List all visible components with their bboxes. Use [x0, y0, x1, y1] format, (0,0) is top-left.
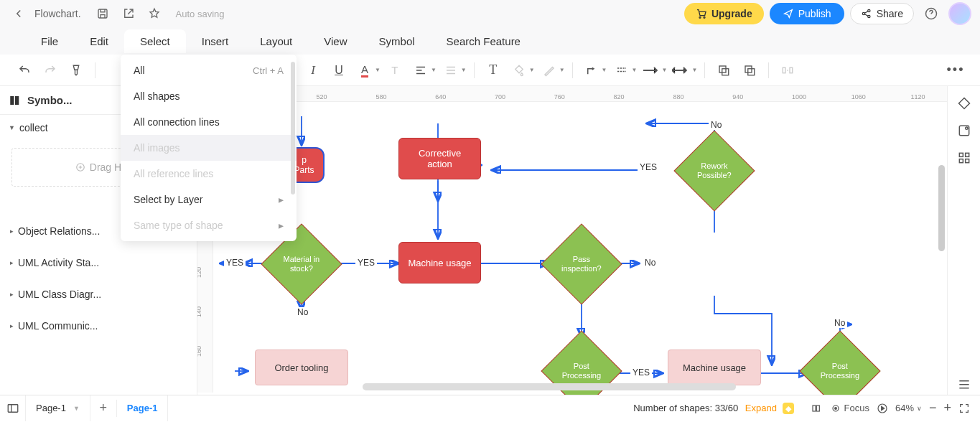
node-machine-usage-1[interactable]: Machine usage — [398, 242, 481, 283]
fill-color-button[interactable] — [508, 59, 531, 82]
library-icon — [9, 94, 22, 107]
arrow-start-button[interactable] — [640, 59, 663, 82]
edge-label-yes: YES — [630, 367, 652, 378]
fullscreen-icon[interactable] — [958, 403, 970, 414]
node-corrective-action[interactable]: Corrective action — [398, 138, 481, 179]
redo-button[interactable] — [39, 59, 62, 82]
edge-label-yes: YES — [638, 162, 659, 172]
avatar[interactable] — [948, 2, 971, 25]
distribute-button[interactable] — [776, 59, 799, 82]
dropdown-item: Same type of shape▸ — [121, 212, 297, 238]
plus-circle-icon — [75, 162, 85, 172]
node-order-tooling[interactable]: Order tooling — [255, 350, 348, 385]
arrow-end-button[interactable] — [670, 59, 693, 82]
thumbnails-icon[interactable] — [811, 403, 823, 414]
font-color-button[interactable]: A — [353, 59, 376, 82]
svg-rect-32 — [965, 153, 969, 156]
external-link-icon[interactable] — [118, 4, 139, 24]
svg-rect-11 — [783, 67, 786, 73]
svg-point-30 — [965, 127, 967, 129]
node-pass-inspection[interactable]: Pass inspection? — [553, 235, 610, 293]
presentation-icon[interactable] — [877, 403, 888, 414]
menu-edit[interactable]: Edit — [74, 29, 124, 53]
svg-rect-10 — [745, 66, 752, 72]
select-dropdown: AllCtrl + AAll shapesAll connection line… — [121, 55, 297, 241]
page-tab-inactive[interactable]: Page-1▼ — [26, 395, 90, 421]
menu-symbol[interactable]: Symbol — [363, 29, 431, 53]
canvas-area[interactable]: 4004605205806407007608208809401000106011… — [197, 86, 947, 395]
menu-view[interactable]: View — [308, 29, 363, 53]
text-tool-button[interactable]: T — [482, 59, 505, 82]
menu-file[interactable]: File — [25, 29, 74, 53]
send-back-button[interactable] — [712, 59, 735, 82]
grid-icon[interactable] — [953, 146, 976, 169]
svg-rect-7 — [719, 66, 726, 72]
format-painter-button[interactable] — [65, 59, 88, 82]
bring-front-button[interactable] — [738, 59, 761, 82]
node-machine-usage-2[interactable]: Machine usage — [668, 350, 761, 385]
menu-search-feature[interactable]: Search Feature — [431, 29, 536, 53]
dropdown-item[interactable]: All shapes — [121, 83, 297, 109]
underline-button[interactable]: U — [327, 59, 350, 82]
more-button[interactable]: ••• — [944, 59, 967, 82]
node-rework-possible[interactable]: Rework Possible? — [686, 142, 743, 200]
save-status: Auto saving — [176, 9, 225, 19]
svg-rect-31 — [959, 153, 963, 156]
svg-rect-13 — [10, 96, 14, 105]
undo-button[interactable] — [13, 59, 36, 82]
back-button[interactable] — [9, 4, 29, 24]
menu-bar: FileEditSelectInsertLayoutViewSymbolSear… — [0, 27, 980, 55]
help-button[interactable] — [920, 2, 943, 25]
node-material-in-stock[interactable]: Material in stock? — [273, 235, 330, 293]
sidebar-section[interactable]: ▸UML Class Diagr... — [0, 278, 197, 310]
svg-rect-33 — [959, 159, 963, 163]
edge-label-no: No — [643, 258, 658, 268]
save-icon[interactable] — [93, 4, 113, 24]
zoom-in-button[interactable]: + — [943, 400, 951, 416]
line-color-button[interactable] — [538, 59, 561, 82]
share-button[interactable]: Share — [850, 3, 914, 24]
spacing-button[interactable] — [439, 59, 462, 82]
upgrade-button[interactable]: Upgrade — [684, 3, 764, 24]
menu-insert[interactable]: Insert — [186, 29, 245, 53]
expand-link[interactable]: Expand — [745, 403, 777, 413]
document-title: Flowchart. — [34, 8, 81, 19]
focus-button[interactable]: Focus — [830, 403, 869, 414]
page-tab-active[interactable]: Page-1 — [117, 395, 169, 421]
panel-toggle-icon[interactable] — [0, 395, 26, 421]
svg-rect-34 — [965, 159, 969, 163]
dropdown-item[interactable]: AllCtrl + A — [121, 57, 297, 83]
zoom-out-button[interactable]: − — [929, 400, 937, 416]
layers-icon[interactable] — [953, 372, 976, 395]
star-icon[interactable] — [144, 4, 164, 24]
svg-point-1 — [699, 17, 701, 18]
edge-label-yes: YES — [224, 258, 246, 268]
horizontal-scrollbar[interactable] — [363, 383, 736, 390]
dropdown-scrollbar[interactable] — [291, 62, 295, 194]
edge-label-no: No — [832, 318, 847, 328]
edge-label-no: No — [709, 120, 724, 130]
line-style-button[interactable] — [610, 59, 633, 82]
svg-rect-0 — [98, 9, 107, 18]
sidebar-section[interactable]: ▸UML Activity Sta... — [0, 247, 197, 278]
dropdown-item[interactable]: Select by Layer▸ — [121, 187, 297, 212]
dropdown-item: All reference lines — [121, 161, 297, 187]
canvas[interactable]: 120140160 — [197, 102, 947, 393]
theme-icon[interactable] — [953, 92, 976, 115]
dropdown-item[interactable]: All connection lines — [121, 109, 297, 135]
menu-layout[interactable]: Layout — [244, 29, 308, 53]
node-post-processing-2[interactable]: Post Processing — [811, 342, 869, 395]
align-button[interactable] — [409, 59, 432, 82]
add-page-button[interactable]: + — [90, 400, 116, 416]
connector-style-button[interactable] — [580, 59, 603, 82]
vertical-scrollbar[interactable] — [938, 165, 945, 251]
sidebar-section[interactable]: ▸UML Communic... — [0, 310, 197, 342]
top-bar: Flowchart. Auto saving Upgrade Publish S… — [0, 0, 980, 27]
menu-select[interactable]: Select — [124, 29, 186, 53]
settings-panel-icon[interactable] — [953, 119, 976, 142]
bottom-bar: Page-1▼ + Page-1 Number of shapes: 33/60… — [0, 395, 980, 421]
publish-button[interactable]: Publish — [770, 3, 844, 24]
zoom-level[interactable]: 64% ∨ — [895, 403, 922, 413]
strikethrough-button[interactable]: T — [383, 59, 406, 82]
italic-button[interactable]: I — [302, 59, 325, 82]
